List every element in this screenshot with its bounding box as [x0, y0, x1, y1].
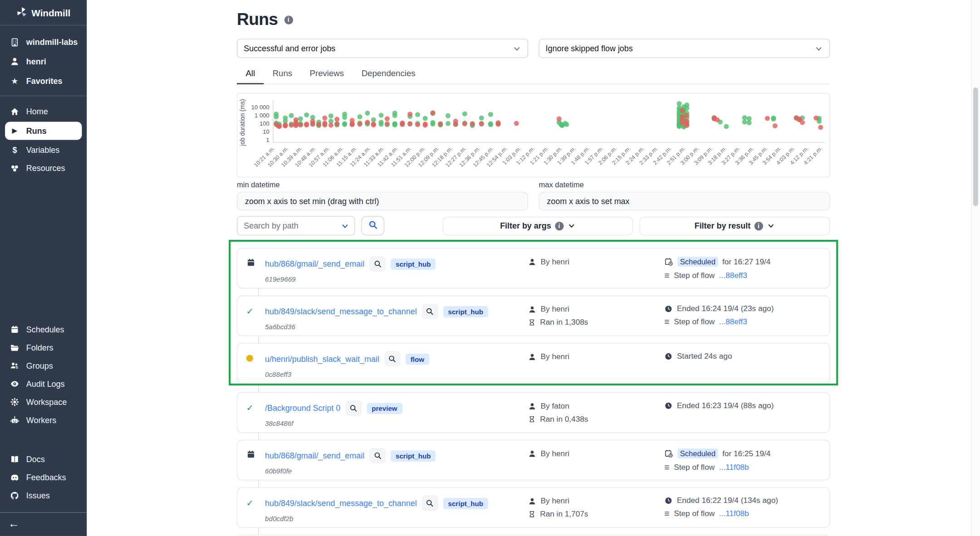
flow-link[interactable]: ...88eff3	[719, 317, 747, 326]
sidebar-item-feedbacks[interactable]: Feedbacks	[0, 468, 87, 487]
tab-dependencies[interactable]: Dependencies	[353, 65, 424, 83]
run-ended: Ended 16:23 19/4 (88s ago)	[664, 401, 820, 409]
flow-link[interactable]: ...88eff3	[719, 271, 747, 280]
tab-all[interactable]: All	[237, 65, 264, 84]
discord-icon	[10, 473, 20, 482]
search-button[interactable]	[362, 216, 384, 236]
workspace-switcher[interactable]: windmill-labs	[0, 33, 87, 52]
user-name: henri	[26, 57, 46, 66]
chevron-down-icon	[341, 221, 349, 230]
run-row[interactable]: ✓ hub/849/slack/send_message_to_channel …	[237, 487, 830, 528]
inspect-run-icon[interactable]	[369, 448, 386, 463]
sidebar-item-audit-logs[interactable]: Audit Logs	[0, 375, 87, 393]
chevron-down-icon	[567, 222, 575, 230]
job-kind-badge: script_hub	[391, 258, 436, 270]
success-check-icon: ✓	[246, 498, 254, 508]
inspect-run-icon[interactable]	[422, 495, 438, 511]
sidebar-item-docs[interactable]: Docs	[0, 450, 87, 468]
flow-connector-line	[258, 385, 259, 392]
inspect-run-icon[interactable]	[369, 256, 386, 272]
job-kind-badge: script_hub	[443, 497, 488, 509]
job-kind-badge: script_hub	[391, 450, 436, 462]
app-logo[interactable]: Windmill	[0, 0, 87, 25]
collapse-sidebar-icon[interactable]: ←	[8, 517, 20, 530]
run-row[interactable]: u/henri/publish_slack_wait_mail flow 0c8…	[237, 343, 830, 384]
search-by-path-select[interactable]: Search by path	[237, 216, 355, 236]
sidebar-item-resources[interactable]: Resources	[0, 159, 87, 177]
run-row[interactable]: ✓ /Background Script 0 preview 38c8486f …	[237, 392, 830, 433]
run-path-link[interactable]: u/henri/publish_slack_wait_mail	[265, 354, 379, 364]
sidebar-item-schedules[interactable]: Schedules	[0, 321, 87, 339]
main-area: Runs i Successful and error jobs Ignore …	[87, 0, 980, 536]
sidebar-item-runs[interactable]: ▶ Runs	[5, 122, 82, 140]
user-menu[interactable]: henri	[0, 52, 87, 71]
folder-icon	[10, 343, 20, 352]
filter-by-args-button[interactable]: Filter by args i	[442, 216, 633, 235]
run-row[interactable]: hub/868/gmail/_send_email script_hub 619…	[237, 248, 830, 289]
run-author: By faton	[528, 402, 664, 410]
chevron-down-icon	[767, 222, 775, 230]
run-path-link[interactable]: /Background Script 0	[265, 404, 340, 413]
flow-link[interactable]: ...11f08b	[719, 463, 749, 472]
run-schedule: Scheduledfor 16:27 19/4	[664, 257, 820, 267]
run-row[interactable]: ✓ hub/849/slack/send_message_to_channel …	[237, 296, 830, 336]
filter-by-result-button[interactable]: Filter by result i	[639, 216, 830, 235]
sidebar-item-folders[interactable]: Folders	[0, 339, 87, 357]
sidebar-item-variables[interactable]: $ Variables	[0, 141, 87, 159]
flow-connector-line	[258, 528, 259, 535]
run-id: 60b9f0fe	[265, 467, 528, 475]
resources-icon	[10, 164, 20, 173]
windmill-logo-icon	[16, 7, 28, 18]
sidebar-item-issues[interactable]: Issues	[0, 487, 87, 505]
info-icon: i	[754, 221, 763, 230]
svg-text:100: 100	[260, 120, 270, 127]
run-started: Started 24s ago	[664, 352, 820, 361]
inspect-run-icon[interactable]	[384, 351, 401, 366]
run-author: By henri	[528, 305, 664, 313]
page-title: Runs	[237, 10, 278, 29]
job-filter-select[interactable]: Successful and error jobs	[237, 39, 528, 58]
run-row[interactable]: hub/868/gmail/_send_email script_hub 60b…	[237, 440, 830, 481]
dollar-icon: $	[10, 146, 20, 154]
sidebar: Windmill windmill-labs henri ★ Favorites…	[0, 0, 87, 536]
run-path-link[interactable]: hub/868/gmail/_send_email	[265, 451, 364, 461]
scheduled-calendar-icon	[246, 258, 256, 269]
brand-name: Windmill	[31, 7, 70, 18]
flow-steps-icon: ≡	[664, 463, 669, 472]
job-kind-badge: script_hub	[443, 306, 488, 317]
sidebar-item-workers[interactable]: Workers	[0, 411, 87, 429]
skipped-filter-select[interactable]: Ignore skipped flow jobs	[539, 39, 830, 58]
run-path-link[interactable]: hub/849/slack/send_message_to_channel	[265, 307, 417, 316]
tab-previews[interactable]: Previews	[301, 65, 353, 83]
max-datetime-label: max datetime	[539, 180, 830, 189]
job-duration-chart[interactable]: job duration (ms)10 0001 00010010110:21 …	[237, 93, 830, 177]
runs-info-icon[interactable]: i	[284, 15, 293, 24]
run-id: 619e9669	[265, 275, 528, 283]
svg-text:10: 10	[263, 128, 270, 135]
run-path-link[interactable]: hub/868/gmail/_send_email	[265, 259, 364, 269]
run-ended: Ended 16:24 19/4 (23s ago)	[664, 304, 820, 313]
flow-connector-line	[258, 480, 259, 487]
min-datetime-label: min datetime	[237, 180, 528, 189]
page-scrollbar[interactable]	[971, 0, 980, 536]
run-author: By henri	[528, 258, 664, 266]
run-path-link[interactable]: hub/849/slack/send_message_to_channel	[265, 498, 417, 508]
running-dot-icon	[246, 355, 253, 361]
scrollbar-thumb[interactable]	[973, 88, 978, 206]
sidebar-footer: ←	[0, 512, 87, 536]
svg-text:1: 1	[266, 136, 269, 143]
search-icon	[368, 220, 378, 232]
sidebar-item-groups[interactable]: Groups	[0, 357, 87, 375]
scheduled-calendar-icon	[246, 450, 256, 461]
flow-link[interactable]: ...11f08b	[719, 509, 749, 518]
sidebar-item-home[interactable]: Home	[0, 102, 87, 121]
sidebar-item-favorites[interactable]: ★ Favorites	[0, 71, 87, 91]
min-datetime-input[interactable]: zoom x axis to set min (drag with ctrl)	[237, 192, 528, 210]
max-datetime-input[interactable]: zoom x axis to set max	[539, 192, 830, 210]
inspect-run-icon[interactable]	[422, 303, 438, 319]
sidebar-item-workspace[interactable]: Workspace	[0, 393, 87, 411]
inspect-run-icon[interactable]	[345, 400, 362, 416]
tab-runs[interactable]: Runs	[264, 65, 301, 83]
sidebar-divider	[0, 96, 87, 96]
workspace-name: windmill-labs	[26, 38, 78, 47]
